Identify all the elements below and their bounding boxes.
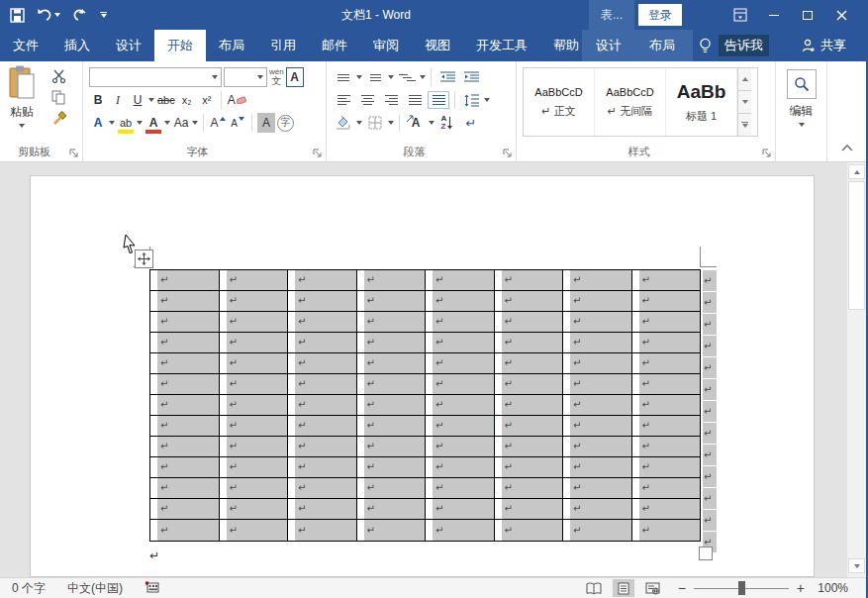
table-cell[interactable]: ↵ [220, 270, 289, 290]
document-page[interactable]: ↵↵↵↵↵↵↵↵↵↵↵↵↵↵↵↵↵↵↵↵↵↵↵↵↵↵↵↵↵↵↵↵↵↵↵↵↵↵↵↵… [30, 175, 815, 577]
underline-dropdown[interactable] [148, 98, 154, 102]
text-effects-dropdown[interactable] [109, 121, 115, 125]
table-cell[interactable]: ↵ [563, 478, 632, 498]
table-cell[interactable]: ↵ [150, 312, 220, 332]
table-cell[interactable]: ↵ [150, 520, 220, 541]
paste-dropdown[interactable] [19, 124, 25, 128]
table-cell[interactable]: ↵ [288, 353, 357, 373]
sign-in-button[interactable]: 登录 [638, 4, 682, 26]
table-cell[interactable]: ↵ [426, 291, 495, 311]
table-cell[interactable]: ↵ [495, 312, 564, 332]
web-layout-button[interactable] [642, 579, 664, 597]
font-dialog-launcher[interactable] [312, 148, 323, 158]
styles-scroll-up-button[interactable] [738, 68, 751, 91]
table-cell[interactable]: ↵ [495, 333, 564, 352]
table-cell[interactable]: ↵ [220, 312, 289, 332]
table-cell[interactable]: ↵ [632, 291, 701, 311]
tab-design[interactable]: 设计 [103, 30, 154, 61]
table-cell[interactable]: ↵ [357, 270, 427, 290]
table-cell[interactable]: ↵ [288, 333, 357, 352]
zoom-in-button[interactable]: + [797, 580, 805, 596]
asian-layout-dropdown[interactable] [429, 121, 434, 125]
align-center-button[interactable] [356, 91, 378, 109]
collapse-ribbon-button[interactable] [840, 142, 854, 155]
font-name-combobox[interactable] [89, 67, 222, 87]
table-cell[interactable]: ↵ [632, 374, 701, 394]
scroll-down-button[interactable] [848, 558, 865, 573]
table-cell[interactable]: ↵ [288, 520, 357, 541]
table-cell[interactable]: ↵ [563, 333, 632, 352]
multilevel-list-dropdown[interactable] [420, 75, 426, 79]
table-cell[interactable]: ↵ [426, 312, 495, 332]
find-button[interactable] [787, 69, 817, 99]
table-cell[interactable]: ↵ [563, 437, 632, 456]
table-cell[interactable]: ↵ [357, 312, 427, 332]
table-cell[interactable]: ↵ [426, 374, 495, 394]
subscript-button[interactable]: x₂ [178, 90, 196, 110]
zoom-slider-track[interactable] [694, 588, 789, 589]
table-cell[interactable]: ↵ [563, 416, 632, 436]
table-cell[interactable]: ↵ [632, 312, 701, 332]
table-cell[interactable]: ↵ [150, 478, 220, 498]
cut-button[interactable] [48, 67, 69, 85]
borders-button[interactable] [364, 114, 386, 132]
shrink-font-button[interactable]: A [229, 113, 246, 133]
table-cell[interactable]: ↵ [357, 520, 427, 541]
styles-scroll-down-button[interactable] [738, 91, 751, 114]
table-cell[interactable]: ↵ [220, 353, 289, 373]
close-button[interactable] [824, 0, 858, 30]
share-button[interactable]: 共享 [802, 30, 846, 61]
table-cell[interactable]: ↵ [563, 499, 632, 519]
tell-me-box[interactable]: 告诉我 [719, 35, 769, 56]
table-cell[interactable]: ↵ [220, 291, 289, 311]
read-mode-button[interactable] [583, 579, 605, 597]
table-cell[interactable]: ↵ [495, 437, 564, 456]
table-cell[interactable]: ↵ [220, 499, 289, 519]
table-cell[interactable]: ↵ [495, 353, 564, 373]
table-cell[interactable]: ↵ [563, 520, 632, 541]
grow-font-button[interactable]: A [209, 113, 227, 133]
justify-button[interactable] [404, 91, 426, 109]
asian-layout-button[interactable]: A [405, 114, 427, 132]
decrease-indent-button[interactable] [436, 68, 458, 86]
italic-button[interactable]: I [109, 90, 127, 110]
paragraph-dialog-launcher[interactable] [502, 148, 513, 158]
table-cell[interactable]: ↵ [288, 499, 357, 519]
tab-view[interactable]: 视图 [412, 30, 463, 61]
table-cell[interactable]: ↵ [495, 499, 564, 519]
phonetic-guide-button[interactable]: wén 文 [269, 68, 284, 86]
table-cell[interactable]: ↵ [150, 395, 220, 415]
font-size-combobox[interactable] [224, 67, 267, 87]
align-left-button[interactable] [333, 91, 354, 109]
table-cell[interactable]: ↵ [632, 270, 701, 290]
table-cell[interactable]: ↵ [495, 395, 564, 415]
tab-mailings[interactable]: 邮件 [309, 30, 360, 61]
table-cell[interactable]: ↵ [220, 520, 289, 541]
table-cell[interactable]: ↵ [563, 312, 632, 332]
numbering-dropdown[interactable] [388, 75, 394, 79]
tab-help[interactable]: 帮助 [540, 30, 592, 61]
table-cell[interactable]: ↵ [632, 478, 701, 498]
table-cell[interactable]: ↵ [220, 478, 289, 498]
table-cell[interactable]: ↵ [426, 395, 495, 415]
table-cell[interactable]: ↵ [426, 270, 495, 290]
numbering-button[interactable] [364, 68, 386, 86]
tab-insert[interactable]: 插入 [51, 30, 103, 61]
table-cell[interactable]: ↵ [632, 499, 701, 519]
zoom-level[interactable]: 100% [813, 581, 848, 595]
table-cell[interactable]: ↵ [150, 416, 220, 436]
word-count[interactable]: 0 个字 [12, 580, 46, 597]
strikethrough-button[interactable]: abc [156, 90, 176, 110]
table-cell[interactable]: ↵ [357, 353, 427, 373]
tab-layout[interactable]: 布局 [206, 30, 257, 61]
zoom-slider-thumb[interactable] [738, 581, 745, 595]
table-cell[interactable]: ↵ [426, 457, 495, 477]
table-cell[interactable]: ↵ [288, 291, 357, 311]
highlight-dropdown[interactable] [137, 121, 143, 125]
table-cell[interactable]: ↵ [288, 437, 357, 456]
change-case-button[interactable]: Aa [172, 113, 190, 133]
table-cell[interactable]: ↵ [357, 291, 427, 311]
table-cell[interactable]: ↵ [632, 457, 701, 477]
table-cell[interactable]: ↵ [357, 457, 427, 477]
line-spacing-button[interactable] [460, 91, 482, 109]
